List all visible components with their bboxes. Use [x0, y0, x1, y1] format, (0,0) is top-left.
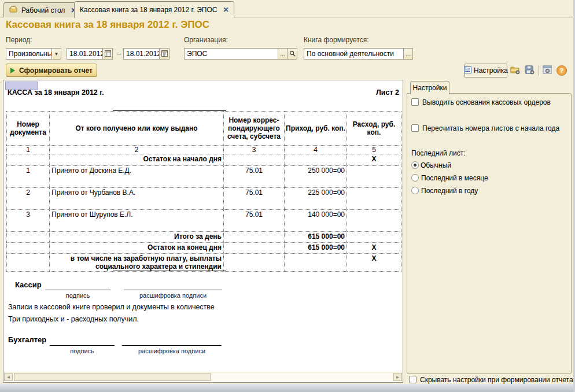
form-settings-icon — [464, 66, 471, 75]
income-cell: 225 000=00 — [285, 188, 347, 210]
date-to-calendar-button[interactable] — [159, 48, 169, 60]
calendar-icon — [105, 50, 111, 58]
report-area[interactable]: КАССА за 18 января 2012 г. Лист 2 Номер … — [3, 80, 403, 383]
income-cell: 140 000=00 — [285, 210, 347, 232]
renumber-sheets-checkbox[interactable] — [411, 124, 419, 132]
payee-cell: Принято от Доскина Е.Д. — [50, 166, 224, 188]
accountant-label: Бухгалтер — [8, 335, 46, 344]
load-settings-button[interactable] — [508, 65, 522, 76]
cashier-name-line — [124, 290, 222, 290]
cashier-signature-line — [45, 290, 110, 290]
last-sheet-radio-month[interactable] — [411, 174, 419, 182]
arrow-right-icon: ► — [396, 375, 400, 380]
payee-cell: Принято от Шурупов Е.Л. — [50, 210, 224, 232]
window-gear-icon — [543, 65, 552, 76]
last-sheet-radio-normal-label[interactable]: Обычный — [421, 161, 451, 169]
col-number: 2 — [50, 146, 224, 154]
scrollbar-thumb[interactable] — [14, 373, 211, 381]
checked-note-line2: Три приходных и - расходных получил. — [8, 315, 139, 323]
settings-button[interactable]: Настройка — [465, 64, 507, 77]
search-icon — [289, 50, 296, 58]
closing-balance-label: Остаток на конец дня — [50, 243, 224, 254]
organization-input[interactable]: ЭПОС — [184, 48, 278, 60]
doc-number-cell: 2 — [7, 188, 50, 210]
col-header-account: Номер коррес-пондирующего счета, субсчет… — [224, 112, 285, 146]
name-caption: расшифровка подписи — [124, 292, 222, 299]
table-row[interactable]: 1 Принято от Доскина Е.Д. 75.01 250 000=… — [7, 166, 401, 188]
table-row[interactable]: 3 Принято от Шурупов Е.Л. 75.01 140 000=… — [7, 210, 401, 232]
last-sheet-radio-month-label[interactable]: Последний в месяце — [421, 174, 488, 182]
organization-search-button[interactable] — [287, 48, 297, 60]
expense-cell — [347, 166, 401, 188]
scroll-right-button[interactable]: ► — [393, 373, 402, 381]
cashier-label: Кассир — [15, 280, 42, 289]
date-range-dash: – — [117, 50, 121, 58]
settings-button-label: Настройка — [474, 66, 508, 75]
checked-note-line1: Записи в кассовой книге проверил и докум… — [8, 303, 215, 311]
col-number: 5 — [347, 146, 401, 154]
organization-label: Организация: — [184, 36, 228, 44]
save-settings-button[interactable] — [523, 65, 536, 76]
daily-total-row: Итого за день 615 000=00 — [7, 232, 401, 243]
period-type-select[interactable]: Произвольный — [6, 48, 52, 60]
account-cell: 75.01 — [224, 188, 285, 210]
opening-balance-row: Остаток на начало дня X — [7, 154, 401, 166]
hide-settings-checkbox[interactable] — [409, 376, 416, 383]
signature-caption: подпись — [45, 292, 110, 299]
calendar-icon — [161, 50, 168, 58]
name-caption: расшифровка подписи — [122, 347, 222, 354]
col-header-doc-number: Номер документа — [7, 112, 50, 146]
settings-panel-tab[interactable]: Настройки — [410, 81, 449, 94]
col-header-payee: От кого получено или кому выдано — [50, 112, 224, 146]
play-icon — [10, 68, 15, 73]
scroll-left-button[interactable]: ◄ — [4, 373, 13, 381]
last-sheet-radio-normal[interactable] — [411, 161, 419, 169]
help-button[interactable]: ? — [555, 65, 568, 76]
last-sheet-radio-year-label[interactable]: Последний в году — [421, 187, 478, 195]
date-from-calendar-button[interactable] — [102, 48, 113, 60]
horizontal-scrollbar[interactable]: ◄ ► — [4, 372, 402, 382]
organization-ellipsis-button[interactable]: ... — [278, 48, 288, 60]
opening-balance-label: Остаток на начало дня — [50, 154, 224, 166]
last-sheet-radio-year[interactable] — [411, 187, 419, 194]
renumber-sheets-label[interactable]: Пересчитать номера листов с начала года — [422, 124, 559, 132]
window-bottom-edge — [0, 384, 575, 392]
settings-panel — [407, 93, 572, 374]
tab-cash-book[interactable]: Кассовая книга за 18 января 2012 г. ЭПОС… — [74, 1, 234, 18]
report-caption: КАССА за 18 января 2012 г. — [8, 88, 104, 97]
chevron-down-icon: ▼ — [54, 51, 59, 57]
including-row: в том числе на заработную плату, выплаты… — [7, 254, 401, 272]
closing-balance-income: 615 000=00 — [285, 243, 347, 254]
book-type-label: Книга формируется: — [304, 36, 369, 44]
col-number: 4 — [285, 146, 347, 154]
period-type-dropdown-button[interactable]: ▼ — [51, 48, 61, 60]
panel-settings-button[interactable] — [541, 65, 554, 76]
accountant-name-line — [122, 345, 222, 346]
including-expense: X — [347, 254, 401, 272]
orders-basis-label[interactable]: Выводить основания кассовых ордеров — [422, 98, 551, 106]
opening-balance-expense: X — [347, 154, 401, 166]
tab-label: Рабочий стол — [21, 6, 65, 14]
closing-balance-row: Остаток на конец дня 615 000=00 X — [7, 243, 401, 254]
settings-tab-label: Настройки — [413, 84, 447, 92]
arrow-left-icon: ◄ — [6, 375, 11, 380]
generate-report-button[interactable]: Сформировать отчет — [6, 64, 97, 77]
col-header-income: Приход, руб. коп. — [285, 112, 347, 146]
table-row[interactable]: 2 Принято от Чурбанов В.А. 75.01 225 000… — [7, 188, 401, 210]
book-type-ellipsis-button[interactable]: ... — [403, 48, 413, 60]
column-number-row: 1 2 3 4 5 — [7, 146, 401, 154]
table-header-row: Номер документа От кого получено или ком… — [7, 112, 401, 146]
book-type-input[interactable]: По основной деятельности — [304, 48, 404, 60]
date-to-input[interactable]: 18.01.2012 — [123, 48, 160, 60]
close-icon[interactable]: ✕ — [223, 6, 228, 14]
expense-cell — [347, 188, 401, 210]
date-from-input[interactable]: 18.01.2012 — [67, 48, 103, 60]
tab-desktop[interactable]: Рабочий стол ✕ — [3, 2, 82, 17]
hide-settings-label[interactable]: Скрывать настройки при формировании отче… — [420, 376, 573, 384]
orders-basis-checkbox[interactable] — [411, 98, 419, 106]
tab-label: Кассовая книга за 18 января 2012 г. ЭПОС — [80, 6, 217, 14]
generate-report-label: Сформировать отчет — [19, 66, 93, 75]
page-title: Кассовая книга за 18 января 2012 г. ЭПОС — [6, 19, 209, 31]
folder-gear-icon — [510, 65, 521, 76]
tab-bar: Рабочий стол ✕ Кассовая книга за 18 янва… — [0, 0, 575, 17]
